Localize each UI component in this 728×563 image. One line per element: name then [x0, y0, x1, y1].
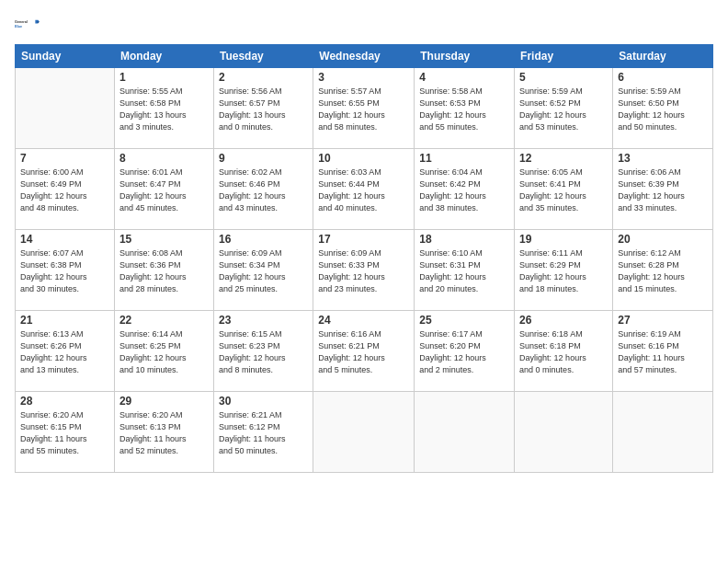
day-number: 20 — [618, 233, 708, 246]
calendar-cell: 25Sunrise: 6:17 AM Sunset: 6:20 PM Dayli… — [415, 311, 515, 392]
calendar-cell: 4Sunrise: 5:58 AM Sunset: 6:53 PM Daylig… — [415, 68, 515, 149]
day-number: 2 — [219, 71, 308, 84]
calendar-cell: 24Sunrise: 6:16 AM Sunset: 6:21 PM Dayli… — [313, 311, 415, 392]
calendar-cell — [515, 392, 613, 473]
calendar-cell: 20Sunrise: 6:12 AM Sunset: 6:28 PM Dayli… — [613, 230, 713, 311]
weekday-header-friday: Friday — [515, 45, 613, 68]
calendar-cell: 6Sunrise: 5:59 AM Sunset: 6:50 PM Daylig… — [613, 68, 713, 149]
day-number: 22 — [119, 314, 209, 327]
day-number: 4 — [419, 71, 509, 84]
calendar-cell: 12Sunrise: 6:05 AM Sunset: 6:41 PM Dayli… — [515, 149, 613, 230]
week-row-4: 21Sunrise: 6:13 AM Sunset: 6:26 PM Dayli… — [16, 311, 713, 392]
day-info: Sunrise: 6:00 AM Sunset: 6:49 PM Dayligh… — [20, 167, 109, 214]
calendar-cell: 15Sunrise: 6:08 AM Sunset: 6:36 PM Dayli… — [114, 230, 213, 311]
day-info: Sunrise: 6:17 AM Sunset: 6:20 PM Dayligh… — [419, 328, 509, 376]
day-number: 24 — [318, 314, 409, 327]
weekday-header-tuesday: Tuesday — [213, 45, 313, 68]
calendar-cell: 17Sunrise: 6:09 AM Sunset: 6:33 PM Dayli… — [313, 230, 415, 311]
day-number: 26 — [519, 314, 608, 327]
day-info: Sunrise: 6:01 AM Sunset: 6:47 PM Dayligh… — [119, 167, 209, 214]
day-number: 1 — [119, 71, 209, 84]
day-info: Sunrise: 6:21 AM Sunset: 6:12 PM Dayligh… — [219, 409, 308, 457]
calendar-cell: 30Sunrise: 6:21 AM Sunset: 6:12 PM Dayli… — [213, 392, 313, 473]
day-number: 7 — [20, 152, 109, 165]
day-number: 29 — [119, 395, 209, 408]
calendar-cell: 29Sunrise: 6:20 AM Sunset: 6:13 PM Dayli… — [114, 392, 213, 473]
calendar-cell: 21Sunrise: 6:13 AM Sunset: 6:26 PM Dayli… — [16, 311, 115, 392]
calendar-cell: 13Sunrise: 6:06 AM Sunset: 6:39 PM Dayli… — [613, 149, 713, 230]
week-row-1: 1Sunrise: 5:55 AM Sunset: 6:58 PM Daylig… — [16, 68, 713, 149]
svg-marker-2 — [35, 20, 39, 24]
day-info: Sunrise: 5:57 AM Sunset: 6:55 PM Dayligh… — [318, 86, 409, 133]
calendar-cell: 8Sunrise: 6:01 AM Sunset: 6:47 PM Daylig… — [114, 149, 213, 230]
calendar-cell: 23Sunrise: 6:15 AM Sunset: 6:23 PM Dayli… — [213, 311, 313, 392]
day-info: Sunrise: 5:59 AM Sunset: 6:50 PM Dayligh… — [618, 86, 708, 133]
calendar-cell — [16, 68, 115, 149]
day-info: Sunrise: 5:56 AM Sunset: 6:57 PM Dayligh… — [219, 86, 308, 133]
week-row-5: 28Sunrise: 6:20 AM Sunset: 6:15 PM Dayli… — [16, 392, 713, 473]
day-info: Sunrise: 6:20 AM Sunset: 6:13 PM Dayligh… — [119, 409, 209, 457]
weekday-header-monday: Monday — [114, 45, 213, 68]
weekday-header-wednesday: Wednesday — [313, 45, 415, 68]
weekday-header-saturday: Saturday — [613, 45, 713, 68]
logo-icon: General Blue — [15, 11, 40, 37]
weekday-header-row: SundayMondayTuesdayWednesdayThursdayFrid… — [16, 45, 713, 68]
day-number: 5 — [519, 71, 608, 84]
day-number: 12 — [519, 152, 608, 165]
calendar-cell — [415, 392, 515, 473]
day-number: 17 — [318, 233, 409, 246]
day-number: 30 — [219, 395, 308, 408]
day-number: 11 — [419, 152, 509, 165]
day-info: Sunrise: 5:59 AM Sunset: 6:52 PM Dayligh… — [519, 86, 608, 133]
day-info: Sunrise: 6:11 AM Sunset: 6:29 PM Dayligh… — [519, 247, 608, 295]
weekday-header-thursday: Thursday — [415, 45, 515, 68]
day-info: Sunrise: 6:19 AM Sunset: 6:16 PM Dayligh… — [618, 328, 708, 376]
calendar-cell: 11Sunrise: 6:04 AM Sunset: 6:42 PM Dayli… — [415, 149, 515, 230]
header: General Blue — [15, 11, 713, 37]
day-number: 9 — [219, 152, 308, 165]
week-row-3: 14Sunrise: 6:07 AM Sunset: 6:38 PM Dayli… — [16, 230, 713, 311]
day-info: Sunrise: 6:12 AM Sunset: 6:28 PM Dayligh… — [618, 247, 708, 295]
logo: General Blue — [15, 11, 40, 37]
day-number: 3 — [318, 71, 409, 84]
calendar-cell: 9Sunrise: 6:02 AM Sunset: 6:46 PM Daylig… — [213, 149, 313, 230]
calendar-cell: 3Sunrise: 5:57 AM Sunset: 6:55 PM Daylig… — [313, 68, 415, 149]
calendar-cell: 18Sunrise: 6:10 AM Sunset: 6:31 PM Dayli… — [415, 230, 515, 311]
day-info: Sunrise: 6:04 AM Sunset: 6:42 PM Dayligh… — [419, 167, 509, 214]
calendar-table: SundayMondayTuesdayWednesdayThursdayFrid… — [15, 44, 713, 473]
day-info: Sunrise: 6:07 AM Sunset: 6:38 PM Dayligh… — [20, 247, 109, 295]
week-row-2: 7Sunrise: 6:00 AM Sunset: 6:49 PM Daylig… — [16, 149, 713, 230]
day-info: Sunrise: 6:10 AM Sunset: 6:31 PM Dayligh… — [419, 247, 509, 295]
calendar-cell: 14Sunrise: 6:07 AM Sunset: 6:38 PM Dayli… — [16, 230, 115, 311]
calendar-cell: 28Sunrise: 6:20 AM Sunset: 6:15 PM Dayli… — [16, 392, 115, 473]
svg-text:General: General — [15, 20, 28, 24]
day-number: 28 — [20, 395, 109, 408]
day-info: Sunrise: 6:15 AM Sunset: 6:23 PM Dayligh… — [219, 328, 308, 376]
day-info: Sunrise: 6:02 AM Sunset: 6:46 PM Dayligh… — [219, 167, 308, 214]
calendar-cell: 2Sunrise: 5:56 AM Sunset: 6:57 PM Daylig… — [213, 68, 313, 149]
day-info: Sunrise: 6:05 AM Sunset: 6:41 PM Dayligh… — [519, 167, 608, 214]
calendar-cell — [613, 392, 713, 473]
day-info: Sunrise: 6:08 AM Sunset: 6:36 PM Dayligh… — [119, 247, 209, 295]
calendar-cell: 7Sunrise: 6:00 AM Sunset: 6:49 PM Daylig… — [16, 149, 115, 230]
day-info: Sunrise: 6:14 AM Sunset: 6:25 PM Dayligh… — [119, 328, 209, 376]
svg-text:Blue: Blue — [15, 25, 22, 29]
day-number: 25 — [419, 314, 509, 327]
day-number: 27 — [618, 314, 708, 327]
day-number: 14 — [20, 233, 109, 246]
day-number: 23 — [219, 314, 308, 327]
calendar-cell: 10Sunrise: 6:03 AM Sunset: 6:44 PM Dayli… — [313, 149, 415, 230]
day-info: Sunrise: 5:55 AM Sunset: 6:58 PM Dayligh… — [119, 86, 209, 133]
day-info: Sunrise: 6:18 AM Sunset: 6:18 PM Dayligh… — [519, 328, 608, 376]
day-info: Sunrise: 6:09 AM Sunset: 6:34 PM Dayligh… — [219, 247, 308, 295]
day-number: 15 — [119, 233, 209, 246]
day-number: 18 — [419, 233, 509, 246]
day-info: Sunrise: 5:58 AM Sunset: 6:53 PM Dayligh… — [419, 86, 509, 133]
day-number: 19 — [519, 233, 608, 246]
day-info: Sunrise: 6:03 AM Sunset: 6:44 PM Dayligh… — [318, 167, 409, 214]
calendar-cell: 19Sunrise: 6:11 AM Sunset: 6:29 PM Dayli… — [515, 230, 613, 311]
day-info: Sunrise: 6:06 AM Sunset: 6:39 PM Dayligh… — [618, 167, 708, 214]
calendar-cell — [313, 392, 415, 473]
day-number: 6 — [618, 71, 708, 84]
weekday-header-sunday: Sunday — [16, 45, 115, 68]
